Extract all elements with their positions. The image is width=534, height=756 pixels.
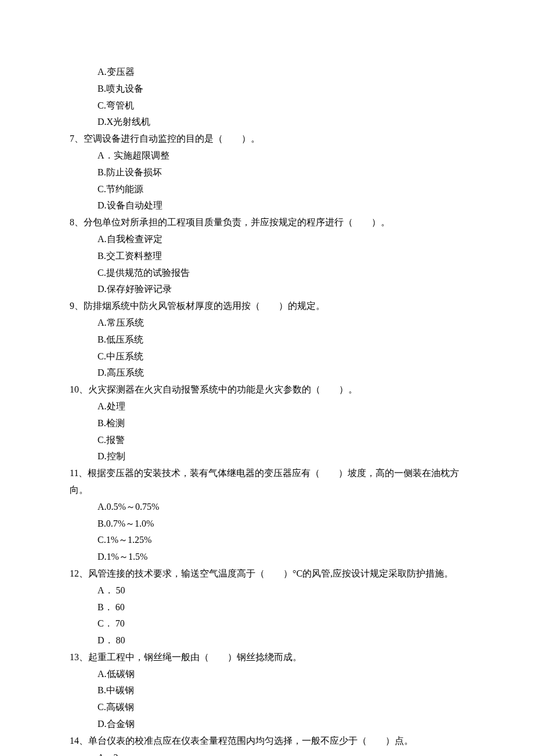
option-q10-b: B.检测 (70, 415, 464, 432)
question-11: 11、根据变压器的安装技术，装有气体继电器的变压器应有（ ）坡度，高的一侧装在油… (70, 465, 464, 499)
option-q8-b: B.交工资料整理 (70, 248, 464, 265)
option-q9-c: C.中压系统 (70, 348, 464, 365)
option-q12-a: A． 50 (70, 582, 464, 599)
option-q6-a: A.变压器 (70, 64, 464, 81)
question-14: 14、单台仪表的校准点应在仪表全量程范围内均匀选择，一般不应少于（ ）点。 (70, 733, 464, 750)
option-q13-c: C.高碳钢 (70, 699, 464, 716)
option-q13-d: D.合金钢 (70, 716, 464, 733)
option-q7-b: B.防止设备损坏 (70, 164, 464, 181)
option-q11-b: B.0.7%～1.0% (70, 516, 464, 532)
question-8: 8、分包单位对所承担的工程项目质量负责，并应按规定的程序进行（ ）。 (70, 214, 464, 231)
option-q13-a: A.低碳钢 (70, 666, 464, 683)
option-q13-b: B.中碳钢 (70, 682, 464, 699)
option-q6-c: C.弯管机 (70, 98, 464, 114)
option-q9-a: A.常压系统 (70, 315, 464, 332)
option-q11-a: A.0.5%～0.75% (70, 499, 464, 516)
option-q11-c: C.1%～1.25% (70, 532, 464, 549)
option-q9-b: B.低压系统 (70, 332, 464, 348)
question-9: 9、防排烟系统中防火风管板材厚度的选用按（ ）的规定。 (70, 298, 464, 315)
option-q8-c: C.提供规范的试验报告 (70, 265, 464, 282)
option-q6-b: B.喷丸设备 (70, 81, 464, 98)
question-10: 10、火灾探测器在火灾自动报警系统中的功能是火灾参数的（ ）。 (70, 381, 464, 398)
option-q14-a: A．2 (70, 750, 464, 756)
question-12: 12、风管连接的技术要求，输送空气温度高于（ ）°C的风管,应按设计规定采取防护… (70, 566, 464, 582)
option-q8-d: D.保存好验评记录 (70, 281, 464, 298)
option-q6-d: D.X光射线机 (70, 114, 464, 131)
option-q7-a: A．实施超限调整 (70, 147, 464, 164)
option-q11-d: D.1%～1.5% (70, 549, 464, 566)
option-q10-d: D.控制 (70, 448, 464, 465)
question-7: 7、空调设备进行自动监控的目的是（ ）。 (70, 131, 464, 147)
option-q9-d: D.高压系统 (70, 365, 464, 381)
option-q12-b: B． 60 (70, 599, 464, 616)
option-q10-a: A.处理 (70, 398, 464, 415)
question-13: 13、起重工程中，钢丝绳一般由（ ）钢丝捻绕而成。 (70, 649, 464, 666)
option-q12-d: D． 80 (70, 632, 464, 649)
option-q7-d: D.设备自动处理 (70, 197, 464, 214)
option-q8-a: A.自我检查评定 (70, 231, 464, 248)
option-q10-c: C.报警 (70, 432, 464, 449)
option-q7-c: C.节约能源 (70, 181, 464, 198)
option-q12-c: C． 70 (70, 615, 464, 632)
